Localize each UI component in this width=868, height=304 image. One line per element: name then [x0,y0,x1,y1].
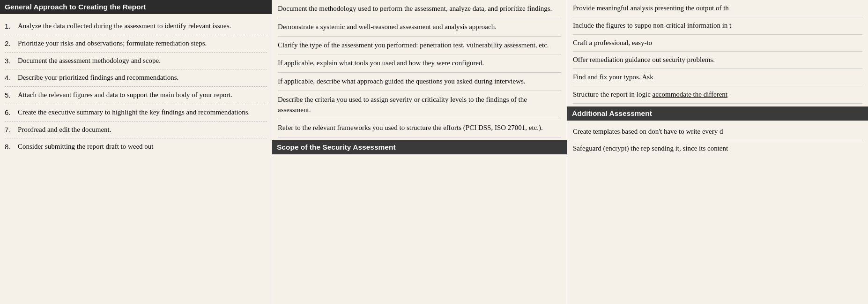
col2-item: Document the methodology used to perform… [278,0,561,18]
item-number: 5. [5,90,18,100]
numbered-list: 1.Analyze the data collected during the … [5,18,267,155]
col3-item: Create templates based on don't have to … [573,123,862,141]
col2-item: Demonstrate a systemic and well-reasoned… [278,18,561,37]
item-number: 7. [5,125,18,135]
column-1: General Approach to Creating the Report … [0,0,272,304]
col3-item: Offer remediation guidance out security … [573,52,862,69]
item-number: 1. [5,21,18,31]
item-text: Create the executive summary to highligh… [18,107,250,118]
additional-section-header: Additional Assessment [567,106,868,121]
col2-item: If applicable, describe what approach gu… [278,73,561,91]
item-text: Document the assessment methodology and … [18,56,161,66]
page-container: General Approach to Creating the Report … [0,0,868,304]
col3-item: Craft a professional, easy-to [573,35,862,52]
item-number: 8. [5,142,18,152]
item-number: 4. [5,73,18,83]
scope-section-header: Scope of the Security Assessment [272,140,567,154]
col3-item: Find and fix your typos. Ask [573,69,862,86]
col3-item: Include the figures to suppo non-critica… [573,17,862,35]
item-number: 2. [5,38,18,48]
item-text: Analyze the data collected during the as… [18,21,231,31]
item-number: 6. [5,107,18,117]
column-2: Document the methodology used to perform… [272,0,567,304]
item-text: Describe your prioritized findings and r… [18,73,178,83]
list-item: 7.Proofread and edit the document. [5,122,267,139]
col3-item: Structure the report in logic accommodat… [573,86,862,104]
col2-item: Clarify the type of the assessment you p… [278,37,561,55]
list-item: 2.Prioritize your risks and observations… [5,35,267,53]
col1-list-container: 1.Analyze the data collected during the … [0,18,272,155]
col2-item: Describe the criteria you used to assign… [278,91,561,120]
col1-section-header: General Approach to Creating the Report [0,0,272,14]
col2-item: If applicable, explain what tools you us… [278,54,561,73]
col3-item: Provide meaningful analysis presenting t… [573,0,862,17]
item-number: 3. [5,56,18,66]
underlined-text: accommodate the different [653,91,727,98]
item-text: Proofread and edit the document. [18,125,111,135]
item-text: Prioritize your risks and observations; … [18,38,207,49]
col3-item: Safeguard (encrypt) the rep sending it, … [573,140,862,157]
list-item: 4.Describe your prioritized findings and… [5,69,267,87]
list-item: 1.Analyze the data collected during the … [5,18,267,35]
column-3: Provide meaningful analysis presenting t… [567,0,868,304]
list-item: 5.Attach the relevant figures and data t… [5,87,267,104]
item-text: Consider submitting the report draft to … [18,142,154,152]
list-item: 6.Create the executive summary to highli… [5,104,267,122]
list-item: 3.Document the assessment methodology an… [5,53,267,70]
col2-item: Refer to the relevant frameworks you use… [278,119,561,137]
list-item: 8.Consider submitting the report draft t… [5,138,267,155]
item-text: Attach the relevant figures and data to … [18,90,232,100]
